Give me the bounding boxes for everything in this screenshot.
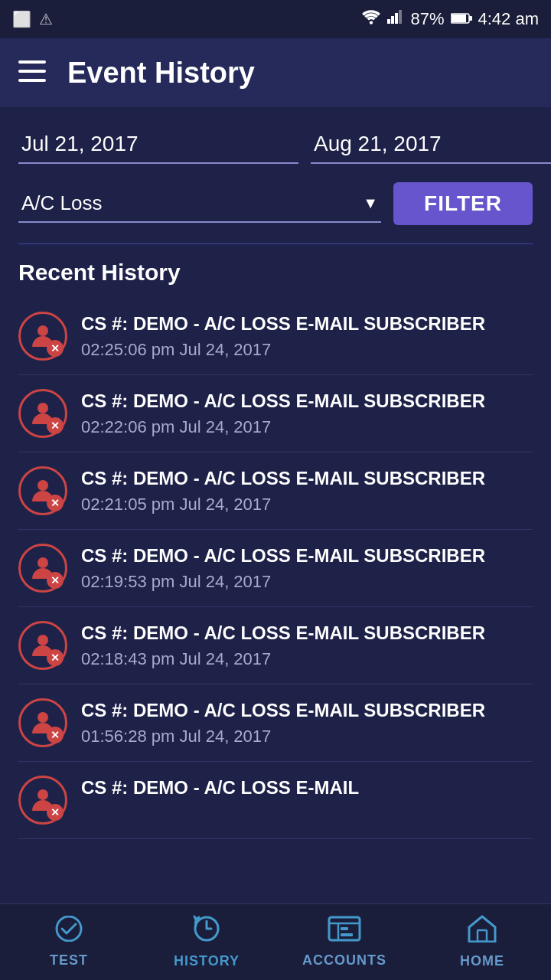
event-title: CS #: DEMO - A/C LOSS E-MAIL SUBSCRIBER xyxy=(81,466,533,490)
svg-point-12 xyxy=(37,403,48,413)
date-range-row xyxy=(18,126,533,164)
x-badge: ✕ xyxy=(47,340,64,357)
event-details: CS #: DEMO - A/C LOSS E-MAIL SUBSCRIBER … xyxy=(81,312,533,360)
time-display: 4:42 am xyxy=(478,9,540,29)
event-details: CS #: DEMO - A/C LOSS E-MAIL SUBSCRIBER … xyxy=(81,621,533,669)
start-date-input[interactable] xyxy=(18,126,298,164)
list-item[interactable]: ✕ CS #: DEMO - A/C LOSS E-MAIL SUBSCRIBE… xyxy=(18,530,533,607)
svg-point-14 xyxy=(37,557,48,568)
x-badge: ✕ xyxy=(47,572,64,589)
warning-icon: ⚠ xyxy=(39,10,53,28)
event-title: CS #: DEMO - A/C LOSS E-MAIL SUBSCRIBER xyxy=(81,621,533,645)
svg-marker-25 xyxy=(469,916,495,942)
svg-rect-9 xyxy=(18,70,46,73)
nav-label-test: TEST xyxy=(50,952,88,969)
svg-rect-3 xyxy=(395,13,398,24)
nav-label-history: HISTORY xyxy=(174,953,240,969)
accounts-icon xyxy=(328,916,361,948)
history-icon xyxy=(192,915,221,949)
event-details: CS #: DEMO - A/C LOSS E-MAIL SUBSCRIBER … xyxy=(81,466,533,514)
list-item[interactable]: ✕ CS #: DEMO - A/C LOSS E-MAIL SUBSCRIBE… xyxy=(18,684,533,762)
list-item[interactable]: ✕ CS #: DEMO - A/C LOSS E-MAIL SUBSCRIBE… xyxy=(18,607,533,684)
event-timestamp: 02:18:43 pm Jul 24, 2017 xyxy=(81,649,533,669)
nav-item-test[interactable]: TEST xyxy=(0,916,138,969)
nav-item-home[interactable]: HOME xyxy=(413,915,551,969)
menu-icon[interactable] xyxy=(18,60,46,86)
check-icon xyxy=(54,916,83,948)
svg-rect-23 xyxy=(341,927,348,930)
app-bar: Event History xyxy=(0,38,551,107)
nav-item-history[interactable]: HISTORY xyxy=(138,915,276,969)
svg-point-13 xyxy=(37,480,48,491)
x-badge: ✕ xyxy=(47,417,64,434)
event-details: CS #: DEMO - A/C LOSS E-MAIL SUBSCRIBER … xyxy=(81,544,533,592)
event-type-icon: ✕ xyxy=(18,466,67,515)
filter-row: A/C Loss ▼ FILTER xyxy=(18,182,533,225)
wifi-icon xyxy=(361,9,381,29)
x-badge: ✕ xyxy=(47,804,64,821)
page-title: Event History xyxy=(67,57,255,90)
history-list: ✕ CS #: DEMO - A/C LOSS E-MAIL SUBSCRIBE… xyxy=(18,298,533,839)
bottom-nav: TEST HISTORY ACCOUNTS xyxy=(0,903,551,980)
event-details: CS #: DEMO - A/C LOSS E-MAIL SUBSCRIBER … xyxy=(81,389,533,437)
list-item[interactable]: ✕ CS #: DEMO - A/C LOSS E-MAIL SUBSCRIBE… xyxy=(18,298,533,375)
end-date-input[interactable] xyxy=(311,126,551,164)
event-details: CS #: DEMO - A/C LOSS E-MAIL xyxy=(81,776,533,804)
event-type-icon: ✕ xyxy=(18,698,67,747)
event-type-icon: ✕ xyxy=(18,776,67,825)
event-timestamp: 02:22:06 pm Jul 24, 2017 xyxy=(81,417,533,437)
svg-point-18 xyxy=(57,916,81,941)
signal-icon xyxy=(387,9,404,29)
svg-point-0 xyxy=(370,21,373,24)
battery-icon xyxy=(451,9,472,29)
svg-point-15 xyxy=(37,635,48,645)
event-type-icon: ✕ xyxy=(18,621,67,670)
recent-history-header: Recent History xyxy=(18,260,533,286)
svg-rect-10 xyxy=(18,79,46,82)
event-type-icon: ✕ xyxy=(18,544,67,593)
filter-button[interactable]: FILTER xyxy=(393,182,533,225)
nav-label-accounts: ACCOUNTS xyxy=(302,952,386,969)
dropdown-selected-value: A/C Loss xyxy=(21,191,103,215)
status-bar: ⬜ ⚠ 87% 4:4 xyxy=(0,0,551,38)
battery-level: 87% xyxy=(410,9,444,29)
event-details: CS #: DEMO - A/C LOSS E-MAIL SUBSCRIBER … xyxy=(81,698,533,746)
svg-rect-24 xyxy=(341,933,353,936)
event-title: CS #: DEMO - A/C LOSS E-MAIL xyxy=(81,776,533,799)
x-badge: ✕ xyxy=(47,649,64,666)
section-divider xyxy=(18,243,533,244)
event-timestamp: 01:56:28 pm Jul 24, 2017 xyxy=(81,727,533,746)
nav-item-accounts[interactable]: ACCOUNTS xyxy=(276,916,413,969)
main-content: A/C Loss ▼ FILTER Recent History ✕ CS #:… xyxy=(0,107,551,923)
svg-rect-8 xyxy=(18,60,46,64)
event-type-icon: ✕ xyxy=(18,389,67,438)
svg-rect-4 xyxy=(399,10,402,24)
svg-rect-1 xyxy=(387,19,390,24)
event-title: CS #: DEMO - A/C LOSS E-MAIL SUBSCRIBER xyxy=(81,698,533,722)
event-type-dropdown[interactable]: A/C Loss ▼ xyxy=(18,185,381,223)
svg-point-11 xyxy=(37,325,48,336)
nav-label-home: HOME xyxy=(460,953,504,969)
event-timestamp: 02:25:06 pm Jul 24, 2017 xyxy=(81,340,533,360)
event-type-icon: ✕ xyxy=(18,312,67,361)
svg-rect-6 xyxy=(452,15,466,22)
svg-rect-2 xyxy=(391,16,394,24)
image-icon: ⬜ xyxy=(12,10,31,28)
svg-rect-26 xyxy=(478,930,487,942)
event-title: CS #: DEMO - A/C LOSS E-MAIL SUBSCRIBER xyxy=(81,544,533,567)
svg-point-16 xyxy=(37,712,48,723)
x-badge: ✕ xyxy=(47,495,64,511)
event-title: CS #: DEMO - A/C LOSS E-MAIL SUBSCRIBER xyxy=(81,389,533,413)
chevron-down-icon: ▼ xyxy=(363,194,378,212)
list-item[interactable]: ✕ CS #: DEMO - A/C LOSS E-MAIL xyxy=(18,762,533,839)
svg-point-17 xyxy=(37,789,48,800)
event-title: CS #: DEMO - A/C LOSS E-MAIL SUBSCRIBER xyxy=(81,312,533,335)
event-timestamp: 02:19:53 pm Jul 24, 2017 xyxy=(81,572,533,592)
list-item[interactable]: ✕ CS #: DEMO - A/C LOSS E-MAIL SUBSCRIBE… xyxy=(18,375,533,452)
x-badge: ✕ xyxy=(47,727,64,743)
svg-rect-7 xyxy=(469,16,472,21)
event-timestamp: 02:21:05 pm Jul 24, 2017 xyxy=(81,495,533,514)
list-item[interactable]: ✕ CS #: DEMO - A/C LOSS E-MAIL SUBSCRIBE… xyxy=(18,452,533,530)
home-icon xyxy=(468,915,497,949)
